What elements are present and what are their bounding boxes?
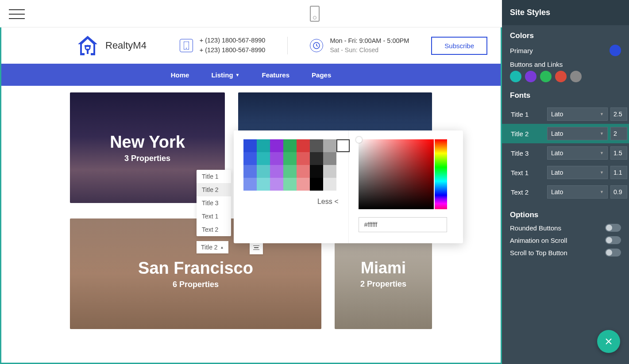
less-toggle[interactable]: Less < (243, 198, 339, 206)
style-option-text-2[interactable]: Text 2 (197, 223, 231, 236)
color-swatch[interactable] (243, 178, 257, 191)
font-size-input[interactable] (610, 127, 627, 140)
button-color-swatch[interactable] (525, 71, 536, 82)
font-size-input[interactable] (610, 146, 627, 160)
nav-home[interactable]: Home (171, 71, 189, 79)
sv-cursor[interactable] (356, 137, 362, 143)
phone-block: + (123) 1800-567-8990 + (123) 1800-567-8… (180, 36, 266, 55)
colors-section: Colors Primary Buttons and Links (502, 25, 629, 85)
font-size-input[interactable] (610, 166, 627, 179)
color-swatch[interactable] (270, 139, 283, 152)
font-size-input[interactable] (610, 107, 627, 121)
color-picker-popup: Less < (234, 130, 463, 243)
color-swatch[interactable] (323, 178, 336, 191)
svg-rect-1 (87, 49, 89, 54)
site-styles-panel: Site Styles Colors Primary Buttons and L… (502, 0, 629, 364)
font-family-select[interactable]: Lato▼ (547, 107, 608, 121)
card-title: New York (110, 133, 185, 152)
color-swatch[interactable] (270, 152, 283, 165)
color-swatch[interactable] (297, 165, 310, 178)
color-swatch[interactable] (257, 139, 270, 152)
close-panel-button[interactable] (597, 330, 620, 353)
primary-color-swatch[interactable] (610, 45, 621, 56)
options-heading: Options (510, 211, 621, 219)
phone-2[interactable]: + (123) 1800-567-8990 (200, 46, 266, 55)
font-row-title-1[interactable]: Title 1Lato▼ (502, 104, 629, 124)
font-row-title-3[interactable]: Title 3Lato▼ (502, 143, 629, 163)
swatch-panel: Less < (234, 130, 349, 243)
selected-style-label: Title 2 (201, 244, 218, 251)
color-swatch[interactable] (310, 178, 323, 191)
font-row-text-1[interactable]: Text 1Lato▼ (502, 163, 629, 182)
color-swatch[interactable] (297, 139, 310, 152)
color-swatch[interactable] (243, 152, 257, 165)
style-option-title-1[interactable]: Title 1 (197, 170, 231, 183)
color-swatch[interactable] (310, 165, 323, 178)
font-label: Text 2 (509, 188, 544, 196)
text-style-selector[interactable]: Title 2 ▲ (197, 241, 228, 253)
color-swatch[interactable] (310, 139, 323, 152)
color-swatch[interactable] (243, 165, 257, 178)
style-option-title-2[interactable]: Title 2 (197, 183, 231, 196)
color-swatch[interactable] (283, 152, 297, 165)
color-swatch[interactable] (297, 178, 310, 191)
color-swatch[interactable] (270, 178, 283, 191)
logo[interactable]: RealtyM4 (77, 34, 147, 57)
color-swatch[interactable] (283, 139, 297, 152)
font-family-select[interactable]: Lato▼ (547, 166, 608, 179)
font-label: Title 1 (509, 111, 544, 118)
color-swatch-selected[interactable] (336, 139, 350, 152)
primary-color-row: Primary (510, 45, 621, 56)
color-swatch[interactable] (297, 152, 310, 165)
color-swatch[interactable] (323, 152, 336, 165)
card-subtitle: 3 Properties (124, 154, 170, 163)
nav-listing[interactable]: Listing▼ (211, 71, 239, 79)
button-color-swatch[interactable] (555, 71, 567, 82)
rounded-buttons-row: Rounded Buttons (510, 224, 621, 232)
scroll-top-toggle[interactable] (605, 249, 621, 257)
buttons-links-label: Buttons and Links (510, 61, 621, 68)
phone-1[interactable]: + (123) 1800-567-8990 (200, 36, 266, 46)
color-swatch[interactable] (323, 139, 336, 152)
rounded-toggle[interactable] (605, 224, 621, 232)
saturation-value-box[interactable] (359, 139, 434, 209)
card-subtitle: 6 Properties (173, 280, 219, 289)
style-option-text-1[interactable]: Text 1 (197, 210, 231, 223)
nav-features[interactable]: Features (262, 71, 290, 79)
color-swatch[interactable] (283, 165, 297, 178)
color-swatch[interactable] (257, 178, 270, 191)
animation-scroll-row: Animation on Scroll (510, 236, 621, 244)
button-color-swatch[interactable] (540, 71, 552, 82)
header-info: + (123) 1800-567-8990 + (123) 1800-567-8… (180, 36, 487, 55)
color-swatch[interactable] (323, 165, 336, 178)
rounded-label: Rounded Buttons (510, 224, 561, 232)
nav-pages[interactable]: Pages (312, 71, 331, 79)
button-color-swatch[interactable] (510, 71, 521, 82)
hue-slider[interactable] (435, 139, 447, 209)
color-swatch[interactable] (310, 152, 323, 165)
font-row-title-2[interactable]: Title 2Lato▼ (502, 124, 629, 143)
animation-toggle[interactable] (605, 236, 621, 244)
button-colors-row (510, 71, 621, 82)
color-swatch[interactable] (257, 152, 270, 165)
color-swatch[interactable] (270, 165, 283, 178)
font-family-select[interactable]: Lato▼ (547, 185, 608, 199)
style-option-title-3[interactable]: Title 3 (197, 196, 231, 210)
main-nav: Home Listing▼ Features Pages (1, 64, 501, 86)
font-family-select[interactable]: Lato▼ (547, 127, 608, 140)
color-swatch[interactable] (243, 139, 257, 152)
subscribe-button[interactable]: Subscribe (431, 37, 487, 55)
hours-block: Mon - Fri: 9:00AM - 5:00PM Sat - Sun: Cl… (310, 36, 409, 55)
scrolltop-label: Scroll to Top Button (510, 249, 567, 257)
site-header: RealtyM4 + (123) 1800-567-8990 + (123) 1… (1, 27, 501, 64)
hamburger-menu-icon[interactable] (9, 6, 25, 22)
hex-input[interactable] (359, 217, 447, 232)
font-family-select[interactable]: Lato▼ (547, 146, 608, 160)
font-size-input[interactable] (610, 185, 627, 199)
font-row-text-2[interactable]: Text 2Lato▼ (502, 182, 629, 202)
color-swatch[interactable] (283, 178, 297, 191)
color-swatch[interactable] (257, 165, 270, 178)
button-color-swatch[interactable] (570, 71, 582, 82)
panel-title: Site Styles (502, 0, 629, 25)
mobile-preview-icon[interactable] (310, 6, 320, 22)
